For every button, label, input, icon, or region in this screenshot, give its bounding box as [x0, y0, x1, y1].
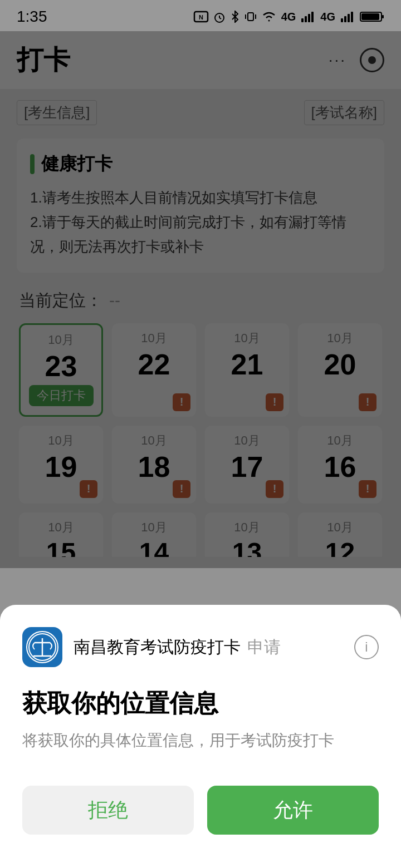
sheet-header: 南昌教育考试防疫打卡 申请 i: [22, 627, 379, 667]
info-icon[interactable]: i: [354, 635, 379, 659]
app-name-label: 南昌教育考试防疫打卡: [74, 638, 241, 656]
sheet-buttons: 拒绝 允许: [22, 786, 379, 835]
bottom-sheet: 南昌教育考试防疫打卡 申请 i 获取你的位置信息 将获取你的具体位置信息，用于考…: [0, 605, 401, 868]
app-action-label: 申请: [247, 638, 281, 656]
sheet-title: 获取你的位置信息: [22, 687, 379, 720]
sheet-app-info: 南昌教育考试防疫打卡 申请: [22, 627, 281, 667]
app-name-group: 南昌教育考试防疫打卡 申请: [74, 636, 281, 659]
allow-button[interactable]: 允许: [207, 786, 379, 835]
sheet-description: 将获取你的具体位置信息，用于考试防疫打卡: [22, 729, 379, 752]
app-logo: [22, 627, 62, 667]
deny-button[interactable]: 拒绝: [22, 786, 194, 835]
